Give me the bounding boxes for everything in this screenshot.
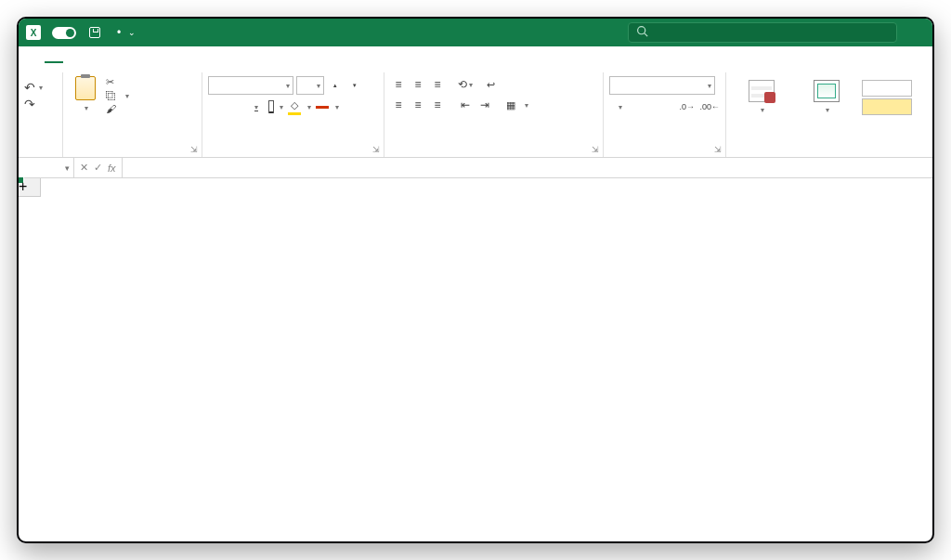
chevron-down-icon: ⌄ bbox=[128, 28, 136, 37]
menu-view[interactable] bbox=[167, 56, 186, 63]
conditional-formatting-icon bbox=[749, 80, 775, 102]
increase-font-button[interactable]: ▴ bbox=[327, 77, 344, 94]
align-middle-button[interactable]: ≡ bbox=[410, 76, 426, 93]
bucket-icon: ◇ bbox=[291, 99, 298, 111]
style-neutral[interactable] bbox=[862, 98, 912, 115]
conditional-formatting-button[interactable]: ▾ bbox=[732, 80, 791, 114]
fill-cursor-icon: + bbox=[19, 178, 27, 195]
border-icon bbox=[268, 100, 274, 113]
increase-indent-button[interactable]: ⇥ bbox=[476, 97, 493, 113]
paste-button[interactable]: ▾ bbox=[69, 76, 102, 114]
font-color-button[interactable] bbox=[314, 98, 331, 115]
svg-point-0 bbox=[638, 27, 645, 34]
scissors-icon: ✂ bbox=[106, 76, 114, 88]
border-button[interactable]: ▾ bbox=[267, 98, 283, 115]
menu-file[interactable] bbox=[24, 56, 43, 63]
comma-button[interactable] bbox=[655, 98, 674, 115]
group-alignment: ≡ ≡ ≡ ⟲▾ ↩ ≡ ≡ ≡ ⇤ ⇥ ▦▾ bbox=[384, 72, 604, 157]
accept-formula-icon[interactable]: ✓ bbox=[94, 162, 102, 174]
percent-button[interactable] bbox=[632, 98, 651, 115]
menu-data[interactable] bbox=[126, 56, 145, 63]
autosave-toggle[interactable] bbox=[48, 27, 76, 39]
fill-color-button[interactable]: ◇ bbox=[286, 98, 303, 115]
copy-button[interactable]: ⿻▾ bbox=[106, 90, 129, 101]
format-painter-button[interactable]: 🖌 bbox=[106, 103, 129, 114]
font-dialog-launcher[interactable]: ⇲ bbox=[372, 145, 380, 154]
brush-icon: 🖌 bbox=[106, 103, 116, 114]
fx-icon[interactable]: fx bbox=[108, 163, 116, 174]
toggle-knob bbox=[66, 29, 74, 37]
titlebar: X • ⌄ bbox=[19, 19, 932, 46]
group-label-number bbox=[609, 153, 720, 155]
align-center-button[interactable]: ≡ bbox=[410, 97, 426, 113]
formula-input[interactable] bbox=[123, 158, 932, 177]
number-dialog-launcher[interactable]: ⇲ bbox=[714, 145, 722, 154]
style-normal[interactable] bbox=[862, 80, 912, 97]
increase-decimal-button[interactable]: .0→ bbox=[677, 98, 697, 115]
copy-icon: ⿻ bbox=[106, 90, 116, 101]
menu-help[interactable] bbox=[188, 56, 206, 63]
menu-home[interactable] bbox=[45, 56, 63, 63]
group-clipboard: ▾ ✂ ⿻▾ 🖌 ⇲ bbox=[63, 72, 202, 157]
underline-button[interactable]: ▾ bbox=[247, 98, 264, 115]
bold-button[interactable] bbox=[208, 98, 225, 115]
ribbon: ↶▾ ↷ ▾ ✂ ⿻▾ 🖌 ⇲ bbox=[19, 72, 932, 158]
excel-app-icon: X bbox=[26, 25, 41, 40]
group-font: ▾ ▾ ▴ ▾ ▾ ▾ ◇▾ ▾ ⇲ bbox=[202, 72, 384, 157]
worksheet[interactable]: + bbox=[19, 178, 932, 543]
alignment-dialog-launcher[interactable]: ⇲ bbox=[592, 145, 599, 154]
paste-icon bbox=[75, 76, 96, 100]
orientation-button[interactable]: ⟲▾ bbox=[457, 76, 474, 93]
filename-dropdown[interactable]: • ⌄ bbox=[113, 26, 136, 39]
align-top-button[interactable]: ≡ bbox=[390, 76, 407, 93]
currency-button[interactable]: ▾ bbox=[609, 98, 629, 115]
group-undo: ↶▾ ↷ bbox=[19, 72, 63, 157]
format-as-table-icon bbox=[814, 80, 840, 102]
group-number: ▾ ▾ .0→ .00← ⇲ bbox=[604, 72, 726, 157]
decrease-decimal-button[interactable]: .00← bbox=[700, 98, 721, 115]
search-icon bbox=[636, 25, 648, 40]
group-label-clipboard bbox=[69, 153, 196, 155]
group-styles: ▾ ▾ bbox=[726, 72, 932, 157]
italic-button[interactable] bbox=[228, 98, 244, 115]
menu-formulas[interactable] bbox=[106, 56, 124, 63]
formula-bar: ▾ ✕ ✓ fx bbox=[19, 158, 932, 178]
save-icon[interactable] bbox=[89, 27, 100, 38]
format-as-table-button[interactable]: ▾ bbox=[797, 80, 856, 114]
font-name-select[interactable]: ▾ bbox=[208, 76, 293, 95]
menu-page-layout[interactable] bbox=[85, 56, 104, 63]
cut-button[interactable]: ✂ bbox=[106, 76, 129, 88]
excel-window: X • ⌄ bbox=[17, 17, 934, 543]
align-left-button[interactable]: ≡ bbox=[390, 97, 407, 113]
wrap-icon: ↩ bbox=[487, 79, 495, 91]
menu-insert[interactable] bbox=[65, 56, 84, 63]
align-bottom-button[interactable]: ≡ bbox=[429, 76, 446, 93]
name-box[interactable]: ▾ bbox=[19, 158, 74, 177]
group-label-font bbox=[208, 153, 378, 155]
chevron-down-icon: ▾ bbox=[65, 163, 70, 173]
decrease-indent-button[interactable]: ⇤ bbox=[457, 97, 474, 113]
merge-center-button[interactable]: ▦▾ bbox=[506, 99, 528, 111]
number-format-select[interactable]: ▾ bbox=[609, 76, 715, 95]
merge-icon: ▦ bbox=[506, 99, 515, 111]
undo-button[interactable]: ↶▾ bbox=[24, 80, 57, 95]
wrap-text-button[interactable]: ↩ bbox=[487, 79, 499, 91]
search-input[interactable] bbox=[628, 22, 897, 43]
menubar bbox=[19, 46, 932, 72]
menu-review[interactable] bbox=[147, 56, 165, 63]
group-label-alignment bbox=[390, 153, 597, 155]
svg-line-1 bbox=[645, 33, 647, 36]
cancel-formula-icon[interactable]: ✕ bbox=[80, 162, 88, 174]
decrease-font-button[interactable]: ▾ bbox=[346, 77, 363, 94]
redo-button[interactable]: ↷ bbox=[24, 97, 57, 111]
align-right-button[interactable]: ≡ bbox=[429, 97, 446, 113]
clipboard-dialog-launcher[interactable]: ⇲ bbox=[190, 145, 198, 154]
font-size-select[interactable]: ▾ bbox=[296, 76, 324, 95]
toggle-switch[interactable] bbox=[52, 27, 76, 39]
group-label-undo bbox=[24, 153, 57, 155]
